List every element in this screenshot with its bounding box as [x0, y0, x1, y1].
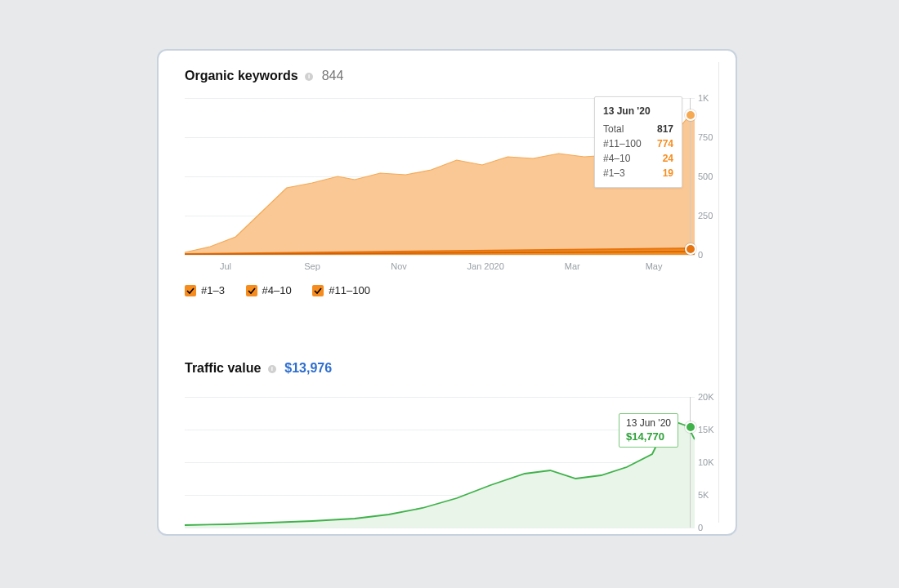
checkbox-icon [246, 285, 257, 296]
traffic-value-section: Traffic value i $13,976 20K 15K 10K 5K 0 [159, 361, 736, 536]
keyword-count: 844 [322, 69, 344, 82]
y-axis-labels: 1K 750 500 250 0 [698, 98, 731, 255]
analytics-card: Organic keywords i 844 1K 750 500 250 0 [157, 49, 737, 536]
traffic-value: $13,976 [284, 361, 332, 375]
checkbox-icon [185, 285, 196, 296]
hover-line [690, 98, 691, 255]
section-title-row: Organic keywords i 844 [159, 69, 736, 83]
tooltip-date: 13 Jun '20 [603, 104, 673, 118]
legend-item-11-100[interactable]: #11–100 [312, 284, 370, 296]
y-axis-labels: 20K 15K 10K 5K 0 [698, 397, 731, 528]
section-title-row: Traffic value i $13,976 [159, 361, 736, 376]
series-marker [685, 109, 696, 121]
info-icon[interactable]: i [268, 365, 276, 373]
section-title: Organic keywords [185, 69, 298, 82]
hover-line [690, 397, 691, 528]
tooltip-value: $14,770 [626, 430, 671, 444]
keywords-tooltip: 13 Jun '20 Total817 #11–100774 #4–1024 #… [594, 96, 682, 188]
info-icon[interactable]: i [305, 73, 313, 81]
traffic-chart[interactable]: 20K 15K 10K 5K 0 13 Jun '20 $14,770 [185, 397, 695, 528]
traffic-tooltip: 13 Jun '20 $14,770 [619, 413, 678, 448]
keywords-chart[interactable]: 1K 750 500 250 0 13 Jun '20 Total817 #11… [185, 98, 695, 255]
tooltip-date: 13 Jun '20 [626, 416, 671, 430]
legend-item-1-3[interactable]: #1–3 [185, 284, 225, 296]
section-title: Traffic value [185, 361, 261, 375]
legend-item-4-10[interactable]: #4–10 [246, 284, 292, 296]
series-marker [685, 243, 696, 255]
series-marker [685, 421, 696, 433]
organic-keywords-section: Organic keywords i 844 1K 750 500 250 0 [159, 69, 736, 346]
legend: #1–3 #4–10 #11–100 [185, 284, 388, 297]
checkbox-icon [312, 285, 324, 296]
